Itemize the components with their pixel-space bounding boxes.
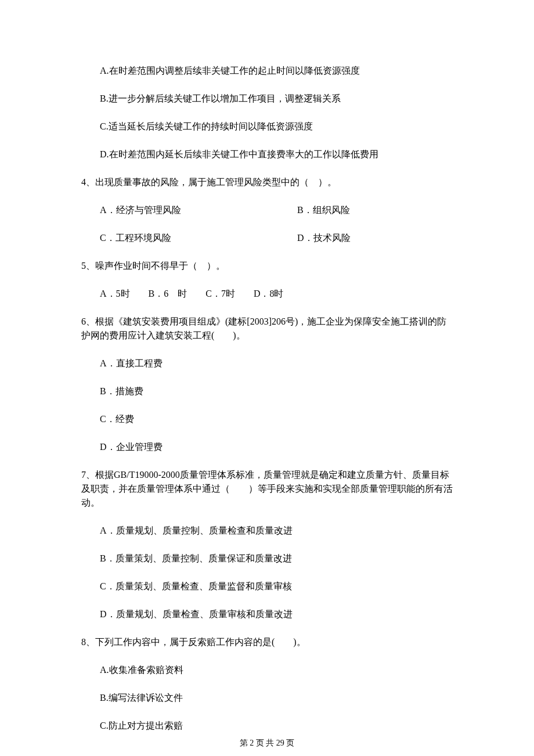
q6-option-a: A．直接工程费: [81, 357, 453, 370]
q6-option-c: C．经费: [81, 412, 453, 426]
q8-option-a: A.收集准备索赔资料: [81, 663, 453, 677]
q4-stem: 4、出现质量事故的风险，属于施工管理风险类型中的（ ）。: [81, 175, 453, 189]
q3-option-c: C.适当延长后续关键工作的持续时间以降低资源强度: [81, 120, 453, 134]
q5-stem: 5、噪声作业时间不得早于（ ）。: [81, 259, 453, 273]
q6-option-b: B．措施费: [81, 384, 453, 398]
q3-option-a: A.在时差范围内调整后续非关键工作的起止时间以降低资源强度: [81, 64, 453, 78]
q5-option-d: D．8时: [254, 289, 284, 298]
q8-option-b: B.编写法律诉讼文件: [81, 691, 453, 705]
page-footer: 第 2 页 共 29 页: [0, 737, 534, 749]
q4-option-b: B．组织风险: [297, 203, 350, 217]
q7-option-d: D．质量规划、质量检查、质量审核和质量改进: [81, 607, 453, 621]
q7-option-c: C．质量策划、质量检查、质量监督和质量审核: [81, 579, 453, 593]
q8-stem: 8、下列工作内容中，属于反索赔工作内容的是( )。: [81, 635, 453, 649]
q3-option-b: B.进一步分解后续关键工作以增加工作项目，调整逻辑关系: [81, 92, 453, 106]
q6-option-d: D．企业管理费: [81, 440, 453, 454]
q5-options: A．5时 B．6 时 C．7时 D．8时: [81, 287, 453, 301]
q7-option-b: B．质量策划、质量控制、质量保证和质量改进: [81, 552, 453, 566]
q6-stem: 6、根据《建筑安装费用项目组成》(建标[2003]206号)，施工企业为保障安全…: [81, 315, 453, 343]
q3-option-d: D.在时差范围内延长后续非关键工作中直接费率大的工作以降低费用: [81, 147, 453, 161]
q7-option-a: A．质量规划、质量控制、质量检查和质量改进: [81, 524, 453, 538]
q5-option-b: B．6 时: [149, 289, 187, 298]
q5-option-c: C．7时: [205, 289, 235, 298]
q5-option-a: A．5时: [100, 289, 130, 298]
q7-stem: 7、根据GB/T19000-2000质量管理体系标准，质量管理就是确定和建立质量…: [81, 468, 453, 510]
q4-option-a: A．经济与管理风险: [100, 203, 297, 217]
q4-option-d: D．技术风险: [297, 231, 351, 245]
q4-option-c: C．工程环境风险: [100, 231, 297, 245]
q8-option-c: C.防止对方提出索赔: [81, 719, 453, 733]
